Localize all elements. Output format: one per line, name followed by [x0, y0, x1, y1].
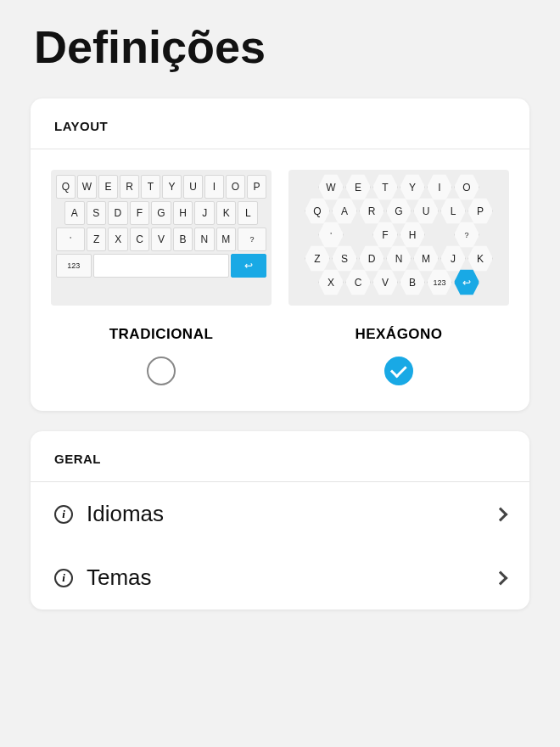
traditional-label: TRADICIONAL [109, 326, 214, 343]
hex-key: X [318, 268, 344, 296]
kb-key: D [108, 201, 128, 225]
list-item-temas[interactable]: i Temas [31, 546, 529, 609]
kb-key: G [151, 201, 171, 225]
kb-key: Y [162, 175, 182, 199]
kb-key: T [141, 175, 160, 199]
temas-label: Temas [87, 564, 482, 591]
kb-key: N [194, 227, 214, 251]
kb-key: C [130, 227, 149, 251]
kb-key: H [173, 201, 193, 225]
hex-key: C [345, 268, 371, 296]
kb-key: ? [238, 227, 266, 251]
kb-key: Z [87, 227, 106, 251]
kb-key: R [120, 175, 139, 199]
layout-option-hexagon[interactable]: W E T Y I O Q A R G U L P ' [288, 170, 509, 385]
kb-key: M [216, 227, 236, 251]
hex-key-123: 123 [427, 268, 452, 296]
kb-key: U [183, 175, 203, 199]
kb-key: L [238, 201, 258, 225]
general-card: GERAL i Idiomas i Temas [31, 431, 529, 609]
kb-key: I [204, 175, 224, 199]
kb-key: O [226, 175, 245, 199]
hexagon-radio[interactable] [384, 357, 413, 385]
info-icon: i [54, 569, 73, 587]
traditional-keyboard-preview: Q W E R T Y U I O P A S D F G H [51, 170, 272, 306]
general-header: GERAL [31, 431, 529, 482]
kb-key: B [173, 227, 193, 251]
hex-key: V [372, 268, 398, 296]
kb-key: K [216, 201, 237, 225]
enter-icon: ↩ [231, 254, 266, 278]
info-icon: i [54, 505, 73, 524]
kb-key: P [247, 175, 266, 199]
kb-key: Q [56, 175, 76, 199]
kb-key-space [93, 254, 230, 278]
hexagon-keyboard-preview: W E T Y I O Q A R G U L P ' [288, 170, 509, 306]
kb-key: S [87, 201, 107, 225]
layout-option-traditional[interactable]: Q W E R T Y U I O P A S D F G H [51, 170, 272, 385]
kb-key: A [64, 201, 85, 225]
page-title: Definições [0, 0, 560, 90]
kb-key: V [151, 227, 171, 251]
list-item-idiomas[interactable]: i Idiomas [31, 482, 529, 546]
chevron-right-icon [494, 507, 508, 521]
kb-key: W [77, 175, 97, 199]
layout-header: LAYOUT [31, 98, 529, 149]
enter-icon: ↩ [454, 268, 479, 296]
hexagon-label: HEXÁGONO [355, 326, 442, 343]
kb-key: J [194, 201, 215, 225]
hex-key: B [400, 268, 425, 296]
kb-key: F [130, 201, 150, 225]
kb-key: X [108, 227, 127, 251]
layout-card: LAYOUT Q W E R T Y U I O P A S [31, 98, 529, 411]
traditional-radio[interactable] [147, 357, 176, 385]
kb-key: ' [56, 227, 85, 251]
chevron-right-icon [494, 570, 508, 585]
kb-key: E [98, 175, 118, 199]
layout-options: Q W E R T Y U I O P A S D F G H [31, 149, 529, 411]
idiomas-label: Idiomas [87, 501, 482, 527]
kb-key-123: 123 [56, 254, 92, 278]
